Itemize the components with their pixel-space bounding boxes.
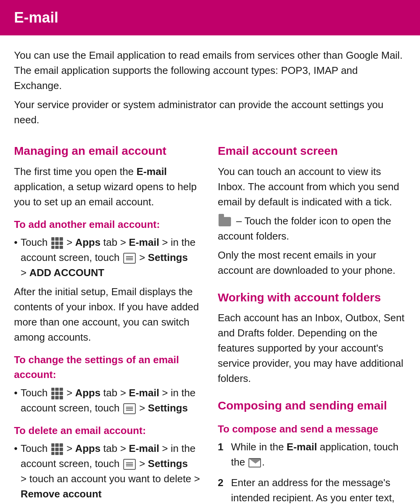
compose-subheading: To compose and send a message [218,422,406,437]
bullet-dot-2: • [14,385,18,401]
step-1-text: While in the E-mail application, touch t… [231,439,406,470]
bullet-dot-1: • [14,235,18,250]
managing-heading: Managing an email account [14,142,202,159]
change-settings-bullet: • Touch > Apps tab > E-mail > in the acc… [14,385,202,416]
step-1-num: 1 [218,439,227,455]
after-setup-text: After the initial setup, Email displays … [14,284,202,345]
menu-icon-2 [123,403,136,414]
compose-envelope-icon [248,458,261,467]
add-account-subheading: To add another email account: [14,217,202,232]
compose-steps-list: 1 While in the E-mail application, touch… [218,439,406,504]
working-folders-heading: Working with account folders [218,289,406,306]
email-account-screen-heading: Email account screen [218,142,406,159]
menu-icon-1 [123,253,136,264]
page-container: E-mail You can use the Email application… [0,0,420,504]
right-column: Email account screen You can touch an ac… [218,131,406,504]
composing-heading: Composing and sending email [218,397,406,414]
left-column: Managing an email account The first time… [14,131,202,504]
step-2: 2 Enter an address for the message's int… [218,475,406,504]
step-2-num: 2 [218,475,227,490]
apps-icon-2 [51,388,63,399]
delete-account-text: Touch > Apps tab > E-mail > in the accou… [21,441,202,502]
add-account-text: Touch > Apps tab > E-mail > in the accou… [21,235,202,280]
folder-icon [219,217,231,226]
add-account-bullet: • Touch > Apps tab > E-mail > in the acc… [14,235,202,280]
intro-text-2: Your service provider or system administ… [14,97,406,128]
bullet-dot-3: • [14,441,18,456]
delete-account-subheading: To delete an email account: [14,424,202,438]
email-account-text2: Only the most recent emails in your acco… [218,248,406,278]
content-wrapper: Managing an email account The first time… [0,131,420,504]
page-header: E-mail [0,0,420,35]
apps-icon-3 [51,443,63,455]
intro-text-1: You can use the Email application to rea… [14,48,406,93]
apps-icon [51,237,63,249]
step-1: 1 While in the E-mail application, touch… [218,439,406,470]
managing-body: The first time you open the E-mail appli… [14,164,202,210]
change-settings-text: Touch > Apps tab > E-mail > in the accou… [21,385,202,416]
menu-icon-3 [123,459,136,470]
intro-section: You can use the Email application to rea… [0,48,420,128]
step-2-text: Enter an address for the message's inten… [231,475,406,504]
folder-note: – Touch the folder icon to open the acco… [218,214,406,244]
email-account-text1: You can touch an account to view its Inb… [218,164,406,210]
delete-account-bullet: • Touch > Apps tab > E-mail > in the acc… [14,441,202,502]
page-title: E-mail [14,7,406,28]
change-settings-subheading: To change the settings of an email accou… [14,353,202,382]
working-folders-text: Each account has an Inbox, Outbox, Sent … [218,310,406,386]
